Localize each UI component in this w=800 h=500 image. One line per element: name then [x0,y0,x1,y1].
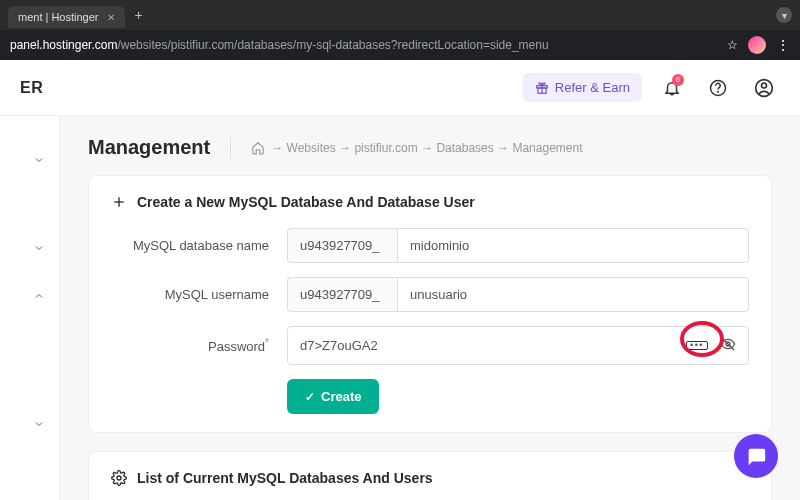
db-name-prefix: u943927709_ [287,228,397,263]
tab-title: ment | Hostinger [18,11,99,23]
db-user-label: MySQL username [111,287,287,302]
password-input-wrapper: ••• [287,326,749,365]
breadcrumb-separator [230,137,231,159]
help-button[interactable] [702,72,734,104]
new-tab-icon[interactable]: + [135,7,143,23]
gear-icon [111,470,127,486]
sidebar-item[interactable] [0,224,59,272]
create-button-label: Create [321,389,361,404]
bell-badge: 8 [672,74,684,86]
logo: ER [20,79,43,97]
chevron-up-icon [33,290,45,302]
card-heading: List of Current MySQL Databases And User… [111,470,749,486]
password-input[interactable] [300,338,686,353]
db-name-input[interactable] [397,228,749,263]
password-label: Password* [111,337,287,354]
sidebar-item[interactable] [0,400,59,448]
svg-point-11 [117,476,121,480]
browser-tab[interactable]: ment | Hostinger ✕ [8,6,125,28]
app-header: ER Refer & Earn 8 [0,60,800,116]
toggle-visibility-icon[interactable] [720,336,736,355]
breadcrumb-text: → Websites → pistifiur.com → Databases →… [271,141,582,155]
address-bar[interactable]: panel.hostinger.com/websites/pistifiur.c… [0,30,800,60]
sidebar-item[interactable] [0,272,59,320]
tab-close-icon[interactable]: ✕ [107,12,115,23]
generate-password-icon[interactable]: ••• [686,341,708,350]
help-icon [709,79,727,97]
chat-widget-button[interactable] [734,434,778,478]
plus-icon [111,194,127,210]
check-icon: ✓ [305,390,315,404]
window-minimize-icon[interactable]: ▾ [776,7,792,23]
home-icon [251,141,265,155]
page-title: Management [88,136,210,159]
svg-point-6 [762,83,767,88]
sidebar [0,116,60,500]
browser-menu-icon[interactable]: ⋮ [776,37,790,53]
bookmark-star-icon[interactable]: ☆ [727,38,738,52]
card-heading: Create a New MySQL Database And Database… [111,194,749,210]
create-button[interactable]: ✓ Create [287,379,379,414]
svg-point-4 [718,91,719,92]
chevron-down-icon [33,242,45,254]
list-databases-card: List of Current MySQL Databases And User… [88,451,772,500]
account-button[interactable] [748,72,780,104]
refer-earn-label: Refer & Earn [555,80,630,95]
gift-icon [535,81,549,95]
chevron-down-icon [33,154,45,166]
user-icon [754,78,774,98]
main-content: Management → Websites → pistifiur.com → … [60,116,800,500]
url-display: panel.hostinger.com/websites/pistifiur.c… [10,38,717,52]
breadcrumb[interactable]: → Websites → pistifiur.com → Databases →… [251,141,582,155]
sidebar-item[interactable] [0,136,59,184]
chevron-down-icon [33,418,45,430]
profile-avatar-icon[interactable] [748,36,766,54]
db-name-label: MySQL database name [111,238,287,253]
browser-tabstrip: ment | Hostinger ✕ + ▾ [0,0,800,30]
chat-icon [745,445,767,467]
notifications-button[interactable]: 8 [656,72,688,104]
db-user-prefix: u943927709_ [287,277,397,312]
refer-earn-button[interactable]: Refer & Earn [523,73,642,102]
create-database-card: Create a New MySQL Database And Database… [88,175,772,433]
db-user-input[interactable] [397,277,749,312]
